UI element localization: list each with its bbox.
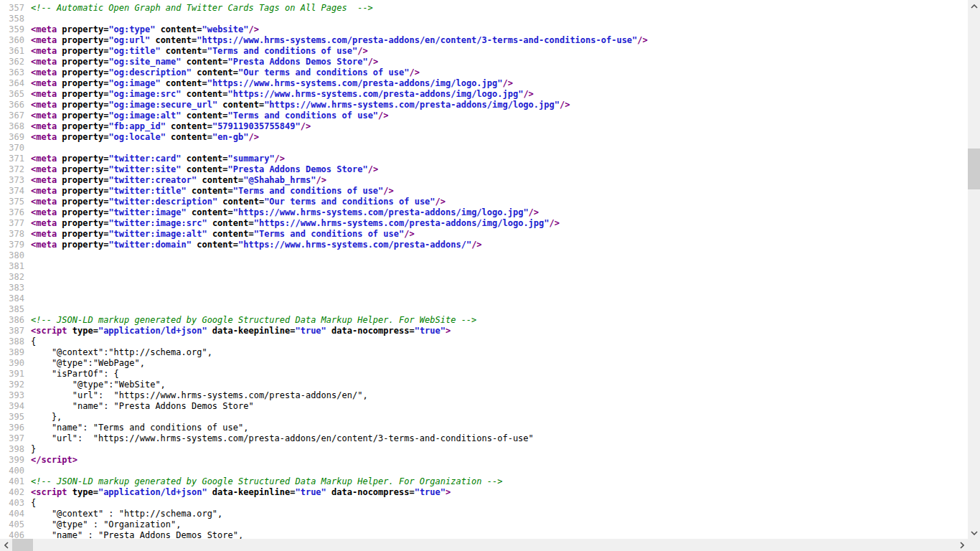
line-code: "name" : "Presta Addons Demos Store", [31,530,243,539]
source-line: 404 "@context" : "http://schema.org", [0,509,968,519]
source-line: 397 "url": "https://www.hrms-systems.com… [0,433,968,444]
line-number: 363 [0,67,24,78]
source-line: 375<meta property="twitter:description" … [0,197,968,207]
horizontal-scrollbar-thumb[interactable] [12,539,33,551]
line-code: <meta property="twitter:creator" content… [31,175,326,186]
line-number: 397 [0,433,24,444]
line-code: "name": "Presta Addons Demos Store" [31,401,254,412]
source-line: 372<meta property="twitter:site" content… [0,164,968,175]
line-number: 380 [0,250,24,261]
source-line: 401<!-- JSON-LD markup generated by Goog… [0,476,968,487]
scroll-up-button[interactable] [968,0,980,12]
line-code: "@context" : "http://schema.org", [31,509,222,519]
scroll-left-button[interactable] [0,539,12,551]
line-number: 378 [0,229,24,240]
line-number: 359 [0,24,24,35]
source-line: 396 "name": "Terms and conditions of use… [0,423,968,433]
horizontal-scrollbar[interactable] [0,539,968,551]
line-code: <meta property="og:locale" content="en-g… [31,132,259,143]
source-line: 364<meta property="og:image" content="ht… [0,78,968,89]
line-code: }, [31,412,62,423]
source-line: 403{ [0,498,968,509]
source-line: 394 "name": "Presta Addons Demos Store" [0,401,968,412]
line-number: 390 [0,358,24,369]
line-number: 374 [0,186,24,197]
view-source-page: 357<!-- Automatic Open Graph and Twitter… [0,0,980,551]
source-line: 393 "url": "https://www.hrms-systems.com… [0,390,968,401]
source-line: 365<meta property="og:image:src" content… [0,89,968,100]
source-lines: 357<!-- Automatic Open Graph and Twitter… [0,3,968,539]
line-code: { [31,498,36,509]
source-line: 389 "@context":"http://schema.org", [0,347,968,358]
line-number: 368 [0,121,24,132]
line-code: <meta property="og:image:src" content="h… [31,89,534,100]
source-line: 392 "@type":"WebSite", [0,380,968,390]
scrollbar-corner [968,539,980,551]
line-code: <meta property="og:title" content="Terms… [31,46,368,57]
line-number: 392 [0,380,24,390]
line-number: 365 [0,89,24,100]
chevron-down-icon [971,531,978,535]
line-code: <meta property="twitter:domain" content=… [31,240,482,250]
line-code: <!-- Automatic Open Graph and Twitter Ca… [31,3,373,14]
source-line: 366<meta property="og:image:secure_url" … [0,100,968,110]
line-number: 400 [0,466,24,476]
source-line: 400 [0,466,968,476]
line-code: <meta property="twitter:description" con… [31,197,446,207]
source-line: 385 [0,304,968,315]
line-number: 393 [0,390,24,401]
source-line: 380 [0,250,968,261]
source-line: 388{ [0,336,968,347]
chevron-up-icon [971,4,978,9]
line-number: 398 [0,444,24,455]
vertical-scrollbar[interactable] [968,0,980,539]
line-number: 384 [0,293,24,304]
line-code: <script type="application/ld+json" data-… [31,326,451,336]
scroll-down-button[interactable] [968,527,980,539]
source-line: 362<meta property="og:site_name" content… [0,57,968,67]
source-line: 383 [0,283,968,293]
line-code: <meta property="fb:app_id" content="5791… [31,121,311,132]
source-line: 358 [0,14,968,24]
line-number: 387 [0,326,24,336]
line-code: <meta property="og:description" content=… [31,67,420,78]
source-line: 368<meta property="fb:app_id" content="5… [0,121,968,132]
source-line: 406 "name" : "Presta Addons Demos Store"… [0,530,968,539]
line-code: <meta property="twitter:image:alt" conte… [31,229,415,240]
source-line: 390 "@type":"WebPage", [0,358,968,369]
line-number: 372 [0,164,24,175]
source-line: 360<meta property="og:url" content="http… [0,35,968,46]
line-number: 379 [0,240,24,250]
line-number: 383 [0,283,24,293]
scroll-right-button[interactable] [956,539,968,551]
line-number: 406 [0,530,24,539]
vertical-scrollbar-thumb[interactable] [968,149,980,189]
source-line: 376<meta property="twitter:image" conten… [0,207,968,218]
line-code: </script> [31,455,77,466]
line-number: 391 [0,369,24,380]
line-code: <meta property="og:site_name" content="P… [31,57,378,67]
source-line: 370 [0,143,968,154]
source-line: 359<meta property="og:type" content="web… [0,24,968,35]
source-line: 405 "@type" : "Organization", [0,519,968,530]
source-line: 379<meta property="twitter:domain" conte… [0,240,968,250]
source-line: 384 [0,293,968,304]
source-line: 381 [0,261,968,272]
source-line: 374<meta property="twitter:title" conten… [0,186,968,197]
line-number: 402 [0,487,24,498]
line-code: "@type" : "Organization", [31,519,182,530]
source-line: 373<meta property="twitter:creator" cont… [0,175,968,186]
source-code: 357<!-- Automatic Open Graph and Twitter… [0,0,968,539]
source-line: 357<!-- Automatic Open Graph and Twitter… [0,3,968,14]
line-number: 375 [0,197,24,207]
chevron-left-icon [4,542,9,549]
line-number: 369 [0,132,24,143]
line-code: "url": "https://www.hrms-systems.com/pre… [31,390,368,401]
source-line: 391 "isPartOf": { [0,369,968,380]
source-line: 363<meta property="og:description" conte… [0,67,968,78]
line-number: 361 [0,46,24,57]
source-line: 386<!-- JSON-LD markup generated by Goog… [0,315,968,326]
line-number: 394 [0,401,24,412]
source-line: 369<meta property="og:locale" content="e… [0,132,968,143]
line-number: 388 [0,336,24,347]
